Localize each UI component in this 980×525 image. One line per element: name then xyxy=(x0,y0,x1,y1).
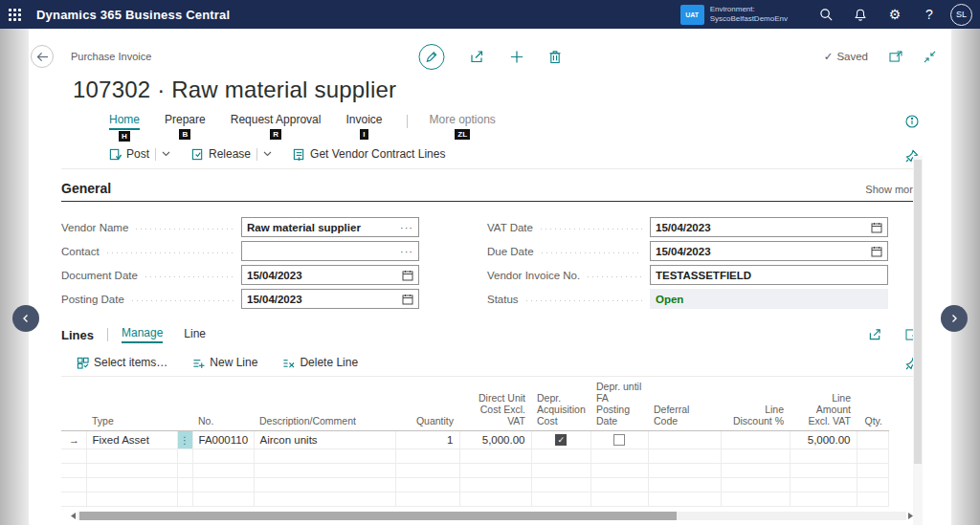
empty-cell[interactable] xyxy=(531,492,590,507)
contact-assist-ellipsis-icon[interactable]: ··· xyxy=(400,246,413,257)
cell-type[interactable]: Fixed Asset xyxy=(86,431,177,449)
posting-date-input[interactable] xyxy=(247,294,402,305)
empty-cell[interactable] xyxy=(790,464,857,478)
empty-cell[interactable] xyxy=(395,478,459,492)
empty-cell[interactable] xyxy=(254,478,395,492)
col-direct-unit-cost[interactable]: Direct Unit Cost Excl. VAT xyxy=(459,379,531,431)
empty-cell[interactable] xyxy=(590,492,648,507)
cell-depr-acquisition-cost[interactable] xyxy=(531,431,590,449)
cell-description[interactable]: Aircon units xyxy=(254,431,395,449)
share-button[interactable] xyxy=(470,50,485,64)
select-items-button[interactable]: Select items… xyxy=(77,356,167,369)
cell-quantity[interactable]: 1 xyxy=(395,431,459,449)
empty-cell[interactable] xyxy=(857,492,888,507)
empty-cell[interactable] xyxy=(721,464,790,478)
cell-depr-until-fa-posting-date[interactable] xyxy=(590,431,648,449)
empty-cell[interactable] xyxy=(254,464,395,478)
get-vendor-contract-lines-button[interactable]: Get Vendor Contract Lines xyxy=(293,147,445,161)
col-type[interactable]: Type xyxy=(86,379,177,431)
empty-cell[interactable] xyxy=(531,464,590,478)
vendor-name-assist-ellipsis-icon[interactable]: ··· xyxy=(400,222,413,233)
empty-cell[interactable] xyxy=(459,464,531,478)
empty-cell[interactable] xyxy=(61,478,86,492)
col-deferral-code[interactable]: Deferral Code xyxy=(648,379,721,431)
cell-direct-unit-cost[interactable]: 5,000.00 xyxy=(459,431,531,449)
depr-acquisition-checkbox[interactable] xyxy=(555,434,567,446)
empty-cell[interactable] xyxy=(790,478,857,492)
calendar-icon[interactable] xyxy=(402,270,413,281)
lines-tab-line[interactable]: Line xyxy=(184,327,206,342)
empty-cell[interactable] xyxy=(177,492,192,507)
empty-cell[interactable] xyxy=(177,464,192,478)
empty-cell[interactable] xyxy=(86,464,177,478)
col-description[interactable]: Description/Comment xyxy=(254,379,395,431)
col-quantity[interactable]: Quantity xyxy=(395,379,459,431)
vertical-scrollbar[interactable] xyxy=(913,156,923,525)
empty-cell[interactable] xyxy=(721,449,790,464)
settings-gear-icon[interactable]: ⚙ xyxy=(878,0,912,29)
collapse-header-icon[interactable] xyxy=(924,51,936,63)
row-assist-vertical-dots-icon[interactable]: ⋮ xyxy=(178,431,192,448)
vendor-name-input[interactable] xyxy=(247,222,400,233)
empty-cell[interactable] xyxy=(459,449,531,464)
empty-cell[interactable] xyxy=(459,492,531,507)
empty-cell[interactable] xyxy=(648,478,721,492)
horizontal-scrollbar-thumb[interactable] xyxy=(79,512,677,520)
release-button[interactable]: Release xyxy=(191,147,251,161)
empty-cell[interactable] xyxy=(590,478,648,492)
empty-cell[interactable] xyxy=(86,449,177,464)
scroll-left-arrow-icon[interactable] xyxy=(69,512,78,520)
open-in-new-window-icon[interactable] xyxy=(889,51,902,62)
environment-chip[interactable]: UAT Environment: SyscoBelfastDemoEnv xyxy=(680,5,788,25)
empty-cell[interactable] xyxy=(531,449,590,464)
lines-share-icon[interactable] xyxy=(868,328,882,341)
post-button[interactable]: Post xyxy=(109,147,149,161)
edit-pencil-button[interactable] xyxy=(419,44,445,70)
post-dropdown-chevron-icon[interactable] xyxy=(162,151,170,157)
tab-more-options[interactable]: More options ZL xyxy=(429,113,495,140)
empty-cell[interactable] xyxy=(648,449,721,464)
col-line-discount[interactable]: Line Discount % xyxy=(721,379,790,431)
empty-cell[interactable] xyxy=(648,464,721,478)
horizontal-scrollbar[interactable] xyxy=(69,511,915,521)
calendar-icon[interactable] xyxy=(871,246,882,257)
empty-cell[interactable] xyxy=(395,464,459,478)
empty-cell[interactable] xyxy=(721,478,790,492)
tab-home[interactable]: Home H xyxy=(109,113,140,142)
empty-cell[interactable] xyxy=(177,449,192,464)
notifications-bell-icon[interactable] xyxy=(843,0,878,29)
delete-trash-button[interactable] xyxy=(549,50,562,64)
empty-cell[interactable] xyxy=(648,492,721,507)
tab-invoice[interactable]: Invoice I xyxy=(345,113,382,140)
empty-cell[interactable] xyxy=(61,449,86,464)
empty-cell[interactable] xyxy=(177,478,192,492)
empty-cell[interactable] xyxy=(254,492,395,507)
next-record-button[interactable] xyxy=(941,305,968,332)
release-dropdown-chevron-icon[interactable] xyxy=(263,151,272,157)
empty-cell[interactable] xyxy=(254,449,395,464)
depr-until-checkbox[interactable] xyxy=(613,434,625,446)
empty-cell[interactable] xyxy=(192,478,254,492)
info-icon[interactable] xyxy=(905,115,919,128)
col-depr-until-fa-posting-date[interactable]: Depr. until FA Posting Date xyxy=(590,379,648,431)
empty-cell[interactable] xyxy=(61,492,86,507)
empty-cell[interactable] xyxy=(790,449,857,464)
help-icon[interactable]: ? xyxy=(912,0,947,29)
back-button[interactable] xyxy=(31,45,54,68)
empty-cell[interactable] xyxy=(721,492,790,507)
previous-record-button[interactable] xyxy=(12,305,39,332)
new-document-plus-button[interactable] xyxy=(510,50,524,64)
col-depr-acquisition-cost[interactable]: Depr. Acquisition Cost xyxy=(531,379,590,431)
empty-cell[interactable] xyxy=(590,449,648,464)
user-avatar[interactable]: SL xyxy=(950,4,972,26)
show-more-link[interactable]: Show more xyxy=(865,184,919,195)
tab-request-approval[interactable]: Request Approval R xyxy=(231,113,322,140)
empty-cell[interactable] xyxy=(192,449,254,464)
due-date-input[interactable] xyxy=(656,246,871,257)
empty-cell[interactable] xyxy=(395,449,459,464)
cell-deferral-code[interactable] xyxy=(648,431,721,449)
empty-cell[interactable] xyxy=(857,464,888,478)
app-launcher-waffle-icon[interactable] xyxy=(0,0,29,29)
contact-input[interactable] xyxy=(247,246,400,257)
vertical-scrollbar-thumb[interactable] xyxy=(914,160,922,464)
